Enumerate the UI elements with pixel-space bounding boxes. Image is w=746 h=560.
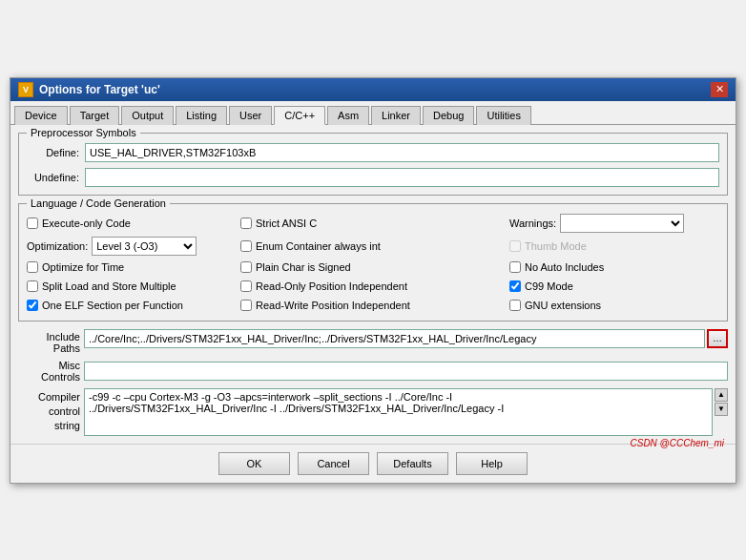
warnings-label: Warnings:: [509, 218, 556, 229]
include-paths-browse-button[interactable]: …: [707, 329, 728, 348]
tab-asm[interactable]: Asm: [327, 106, 369, 125]
thumb-mode-label: Thumb Mode: [525, 240, 587, 252]
misc-controls-label: Misc Controls: [18, 360, 80, 383]
tab-target[interactable]: Target: [70, 106, 120, 125]
misc-controls-input[interactable]: [84, 362, 728, 381]
undefine-label: Undefine:: [27, 172, 79, 183]
tab-listing[interactable]: Listing: [176, 106, 227, 125]
define-label: Define:: [27, 147, 79, 158]
warnings-select[interactable]: [560, 214, 684, 233]
title-bar: V Options for Target 'uc' ✕: [10, 78, 736, 101]
one-elf-checkbox[interactable]: [27, 300, 38, 311]
enum-container-checkbox[interactable]: [240, 240, 252, 252]
undefine-row: Undefine:: [27, 168, 719, 187]
bottom-bar: OK Cancel Defaults Help: [10, 444, 736, 483]
include-paths-input[interactable]: [84, 329, 705, 348]
tab-device[interactable]: Device: [14, 106, 68, 125]
window-title: Options for Target 'uc': [39, 83, 160, 96]
compiler-scroll-up[interactable]: ▲: [715, 388, 728, 402]
read-only-checkbox[interactable]: [240, 280, 252, 292]
tab-utilities[interactable]: Utilities: [476, 106, 530, 125]
include-paths-row: Include Paths …: [18, 329, 728, 354]
read-write-label: Read-Write Position Independent: [256, 300, 410, 311]
thumb-mode-checkbox[interactable]: [509, 240, 521, 252]
gnu-ext-label: GNU extensions: [525, 300, 601, 311]
c99-mode-checkbox[interactable]: [509, 280, 521, 292]
c99-mode-label: C99 Mode: [525, 280, 573, 292]
enum-container-label: Enum Container always int: [256, 240, 381, 252]
tab-output[interactable]: Output: [121, 106, 174, 125]
plain-char-label: Plain Char is Signed: [256, 261, 351, 273]
defaults-button[interactable]: Defaults: [377, 452, 448, 475]
tab-bar: Device Target Output Listing User C/C++ …: [10, 101, 736, 125]
execute-only-checkbox[interactable]: [27, 218, 38, 229]
optimize-time-checkbox[interactable]: [27, 261, 38, 273]
define-input[interactable]: [85, 143, 719, 162]
misc-controls-row: Misc Controls: [18, 360, 728, 383]
one-elf-check-row: One ELF Section per Function: [27, 298, 237, 313]
compiler-scroll-down[interactable]: ▼: [715, 403, 728, 416]
read-write-check-row: Read-Write Position Independent: [240, 298, 506, 313]
tab-linker[interactable]: Linker: [371, 106, 421, 125]
gnu-ext-checkbox[interactable]: [509, 300, 521, 311]
strict-ansi-checkbox[interactable]: [240, 218, 252, 229]
strict-ansi-label: Strict ANSI C: [256, 218, 317, 229]
gnu-ext-check-row: GNU extensions: [509, 298, 719, 313]
read-only-check-row: Read-Only Position Independent: [240, 279, 506, 294]
execute-only-check-row: Execute-only Code: [27, 216, 237, 231]
plain-char-checkbox[interactable]: [240, 261, 252, 273]
split-load-checkbox[interactable]: [27, 280, 38, 292]
close-button[interactable]: ✕: [711, 82, 728, 97]
execute-only-label: Execute-only Code: [42, 218, 131, 229]
compiler-row: Compiler control string -c99 -c –cpu Cor…: [18, 388, 728, 436]
lang-group: Language / Code Generation Execute-only …: [18, 203, 728, 321]
read-only-label: Read-Only Position Independent: [256, 280, 407, 292]
optimization-select[interactable]: Level 3 (-O3): [92, 237, 197, 256]
plain-char-check-row: Plain Char is Signed: [240, 259, 506, 275]
main-content: Preprocessor Symbols Define: Undefine: L…: [10, 125, 736, 444]
one-elf-label: One ELF Section per Function: [42, 300, 183, 311]
split-load-check-row: Split Load and Store Multiple: [27, 279, 237, 294]
compiler-scroll-controls: ▲ ▼: [715, 388, 728, 436]
cancel-button[interactable]: Cancel: [298, 452, 369, 475]
define-row: Define:: [27, 143, 719, 162]
optimization-label: Optimization:: [27, 240, 88, 252]
title-bar-left: V Options for Target 'uc': [18, 82, 160, 97]
compiler-label: Compiler control string: [18, 388, 80, 434]
enum-container-check-row: Enum Container always int: [240, 239, 506, 254]
preprocessor-group-label: Preprocessor Symbols: [27, 127, 140, 138]
read-write-checkbox[interactable]: [240, 300, 252, 311]
optimize-time-check-row: Optimize for Time: [27, 259, 237, 275]
include-paths-input-wrap: …: [84, 329, 728, 348]
include-paths-label: Include Paths: [18, 329, 80, 354]
c99-mode-check-row: C99 Mode: [509, 279, 719, 294]
tab-cpp[interactable]: C/C++: [274, 106, 325, 125]
compiler-textarea[interactable]: -c99 -c –cpu Cortex-M3 -g -O3 –apcs=inte…: [84, 388, 713, 436]
thumb-mode-check-row: Thumb Mode: [509, 239, 719, 254]
optimize-time-label: Optimize for Time: [42, 261, 124, 273]
no-auto-includes-label: No Auto Includes: [525, 261, 604, 273]
no-auto-includes-checkbox[interactable]: [509, 261, 521, 273]
tab-debug[interactable]: Debug: [423, 106, 474, 125]
undefine-input[interactable]: [85, 168, 719, 187]
strict-ansi-check-row: Strict ANSI C: [240, 216, 506, 231]
tab-user[interactable]: User: [229, 106, 272, 125]
no-auto-includes-check-row: No Auto Includes: [509, 259, 719, 275]
split-load-label: Split Load and Store Multiple: [42, 280, 176, 292]
help-button[interactable]: Help: [456, 452, 528, 475]
dialog-window: V Options for Target 'uc' ✕ Device Targe…: [10, 77, 736, 484]
lang-group-label: Language / Code Generation: [27, 197, 170, 209]
watermark: CSDN @CCChem_mi: [631, 438, 725, 448]
preprocessor-group: Preprocessor Symbols Define: Undefine:: [18, 133, 728, 196]
app-icon: V: [18, 82, 33, 97]
ok-button[interactable]: OK: [218, 452, 290, 475]
